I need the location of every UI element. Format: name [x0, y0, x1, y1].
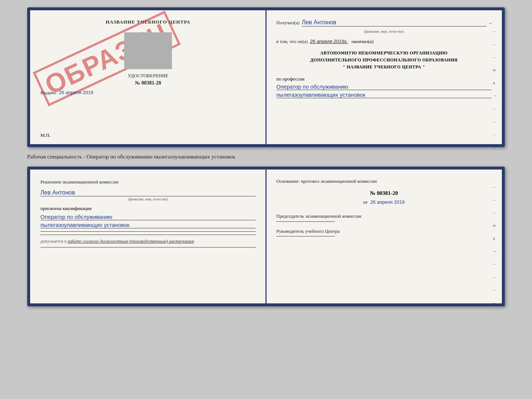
osnov-title: Основание: протокол экзаменационной коми… — [276, 178, 492, 184]
kval-line2: пылегазоулавливающих установок — [40, 222, 256, 228]
prisvoena-label: присвоена квалификация — [40, 206, 256, 211]
document-container: НАЗВАНИЕ УЧЕБНОГО ЦЕНТРА ОБРАЗЕЦ УДОСТОВ… — [27, 7, 505, 306]
pred-sign-line — [276, 221, 335, 222]
ruk-sign-line — [276, 236, 335, 236]
poluchil-line: Получил(а) Лев Антонов – — [276, 19, 492, 26]
vydano-line: Выдано 26 апреля 2019 — [40, 90, 256, 96]
ot-label: от — [363, 199, 368, 205]
mp-label: М.П. — [40, 132, 50, 138]
vydano-date: 26 апреля 2019 — [59, 90, 94, 95]
stamp-area: УДОСТОВЕРЕНИЕ № 00381-20 Выдано 26 апрел… — [40, 32, 256, 96]
separator-line1 — [40, 231, 256, 232]
dopusk-value: работе согласно должностным (производств… — [68, 239, 194, 244]
profession-line2: пылегазоулавливающих установок — [276, 92, 492, 98]
reshen-title: Решением экзаменационной комиссии — [40, 178, 256, 186]
org-line1: АВТОНОМНУЮ НЕКОММЕРЧЕСКУЮ ОРГАНИЗАЦИЮ — [276, 50, 492, 57]
right-dashes: – – – и а ← – – – – — [493, 29, 497, 150]
po-professii: по профессии — [276, 76, 492, 82]
bottom-name: Лев Антонов — [40, 189, 256, 196]
profession-line1: Оператор по обслуживанию — [276, 83, 492, 90]
bottom-left-page: Решением экзаменационной комиссии Лев Ан… — [30, 170, 266, 303]
middle-text: Рабочая специальность - Оператор по обсл… — [27, 152, 505, 162]
cert-number: № 00381-20 — [135, 80, 161, 86]
separator-line3 — [40, 247, 256, 247]
pred-label: Председатель экзаменационной комиссии — [276, 213, 492, 220]
bottom-date-line: от 26 апреля 2019 — [276, 199, 492, 205]
bottom-num: № 00381-20 — [276, 190, 492, 196]
separator-line2 — [40, 235, 256, 235]
dopusk-label: допускается к — [40, 239, 66, 244]
certificate-bottom: Решением экзаменационной комиссии Лев Ан… — [27, 167, 505, 306]
vydano-label: Выдано — [40, 90, 56, 95]
certificate-top: НАЗВАНИЕ УЧЕБНОГО ЦЕНТРА ОБРАЗЕЦ УДОСТОВ… — [27, 7, 505, 147]
udost-label: УДОСТОВЕРЕНИЕ — [128, 73, 169, 79]
org-line3: " НАЗВАНИЕ УЧЕБНОГО ЦЕНТРА " — [276, 64, 492, 71]
vtom-label: в том, что он(а) — [276, 39, 308, 44]
photo-placeholder — [124, 32, 172, 69]
poluchil-value: Лев Антонов — [302, 19, 486, 26]
okonchil-label: окончил(а) — [352, 39, 374, 44]
kval-line1: Оператор по обслуживанию — [40, 214, 256, 220]
cert-title: НАЗВАНИЕ УЧЕБНОГО ЦЕНТРА — [40, 19, 256, 25]
bottom-right-page: Основание: протокол экзаменационной коми… — [266, 170, 502, 303]
org-line2: ДОПОЛНИТЕЛЬНОГО ПРОФЕССИОНАЛЬНОГО ОБРАЗО… — [276, 57, 492, 64]
bottom-right-dashes: – – – и а ← – – – – — [493, 184, 497, 306]
poluchil-label: Получил(а) — [276, 20, 299, 26]
ot-date: 26 апреля 2019 — [370, 199, 405, 205]
vtom-date: 26 апреля 2019г. — [310, 39, 348, 44]
ruk-label: Руководитель учебного Центра — [276, 228, 492, 235]
cert-left-page: НАЗВАНИЕ УЧЕБНОГО ЦЕНТРА ОБРАЗЕЦ УДОСТОВ… — [30, 10, 266, 144]
bottom-name-sub: (фамилия, имя, отчество) — [40, 197, 256, 201]
poluchil-sub: (фамилия, имя, отчество) — [276, 29, 492, 33]
dopusk-block: допускается к работе согласно должностны… — [40, 239, 256, 244]
org-block: АВТОНОМНУЮ НЕКОММЕРЧЕСКУЮ ОРГАНИЗАЦИЮ ДО… — [276, 50, 492, 71]
vtom-line: в том, что он(а) 26 апреля 2019г. окончи… — [276, 39, 492, 44]
cert-right-page: Получил(а) Лев Антонов – (фамилия, имя, … — [266, 10, 502, 144]
